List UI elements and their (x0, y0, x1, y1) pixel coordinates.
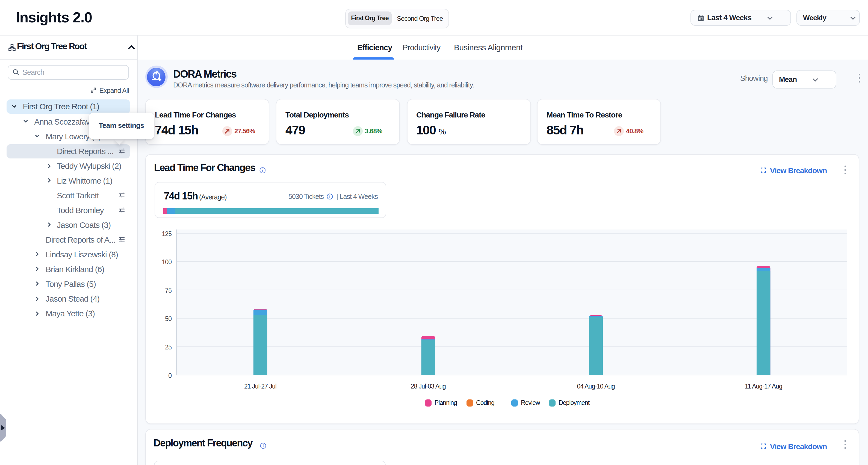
svg-text:11 Aug-17 Aug: 11 Aug-17 Aug (745, 382, 782, 390)
svg-text:04 Aug-10 Aug: 04 Aug-10 Aug (577, 382, 615, 390)
svg-text:125: 125 (162, 230, 172, 237)
svg-text:100: 100 (162, 258, 172, 265)
svg-text:25: 25 (165, 343, 171, 350)
svg-text:0: 0 (168, 372, 171, 379)
svg-text:75: 75 (165, 287, 171, 294)
svg-text:21 Jul-27 Jul: 21 Jul-27 Jul (244, 382, 276, 390)
svg-text:50: 50 (165, 315, 171, 322)
svg-text:28 Jul-03 Aug: 28 Jul-03 Aug (410, 382, 445, 390)
